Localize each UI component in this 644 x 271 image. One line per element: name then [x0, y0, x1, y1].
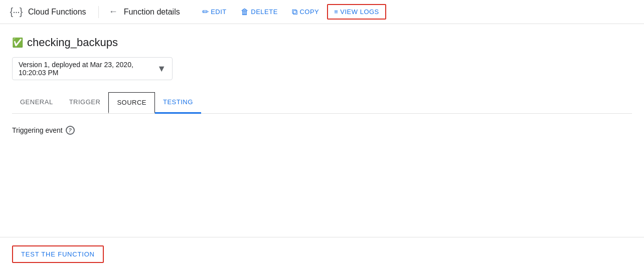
edit-button[interactable]: ✏ EDIT — [196, 3, 233, 21]
help-icon[interactable]: ? — [66, 126, 75, 135]
tab-testing-label: TESTING — [163, 98, 193, 106]
back-button[interactable]: ← — [107, 5, 120, 19]
view-logs-button[interactable]: ≡ VIEW LOGS — [327, 4, 386, 20]
status-icon: ✅ — [12, 37, 23, 48]
delete-label: DELETE — [251, 8, 278, 16]
copy-button[interactable]: ⧉ COPY — [286, 4, 325, 21]
main-content: ✅ checking_backups Version 1, deployed a… — [0, 24, 644, 135]
back-arrow-icon: ← — [109, 7, 118, 17]
tab-general[interactable]: GENERAL — [12, 92, 61, 114]
edit-icon: ✏ — [202, 7, 209, 17]
page-title: Function details — [124, 8, 180, 17]
tab-source-label: SOURCE — [117, 99, 146, 106]
tab-trigger[interactable]: TRIGGER — [61, 92, 109, 114]
delete-button[interactable]: 🗑 DELETE — [235, 4, 284, 21]
function-name: checking_backups — [27, 36, 118, 49]
copy-icon: ⧉ — [292, 8, 298, 17]
app-logo: {···} — [8, 4, 24, 20]
top-divider — [98, 6, 99, 18]
tab-general-label: GENERAL — [20, 98, 53, 106]
triggering-event-section: Triggering event ? — [12, 126, 632, 135]
tab-trigger-label: TRIGGER — [69, 98, 101, 106]
version-label: Version 1, deployed at Mar 23, 2020, 10:… — [19, 61, 157, 77]
app-title: Cloud Functions — [28, 8, 86, 17]
edit-label: EDIT — [211, 8, 227, 16]
toolbar-actions: ✏ EDIT 🗑 DELETE ⧉ COPY ≡ VIEW LOGS — [196, 3, 386, 21]
tabs-container: GENERAL TRIGGER SOURCE TESTING — [12, 92, 632, 114]
top-bar: {···} Cloud Functions ← Function details… — [0, 0, 644, 24]
tab-source[interactable]: SOURCE — [108, 92, 155, 114]
copy-label: COPY — [299, 8, 319, 16]
version-dropdown[interactable]: Version 1, deployed at Mar 23, 2020, 10:… — [12, 57, 173, 80]
view-logs-label: VIEW LOGS — [340, 8, 379, 16]
logs-icon: ≡ — [334, 8, 338, 16]
dropdown-arrow-icon: ▼ — [157, 64, 166, 74]
logo-symbol: {···} — [10, 6, 22, 18]
triggering-event-label: Triggering event — [12, 126, 63, 134]
delete-icon: 🗑 — [241, 8, 249, 17]
function-title: ✅ checking_backups — [12, 36, 632, 49]
tab-testing[interactable]: TESTING — [155, 92, 201, 114]
